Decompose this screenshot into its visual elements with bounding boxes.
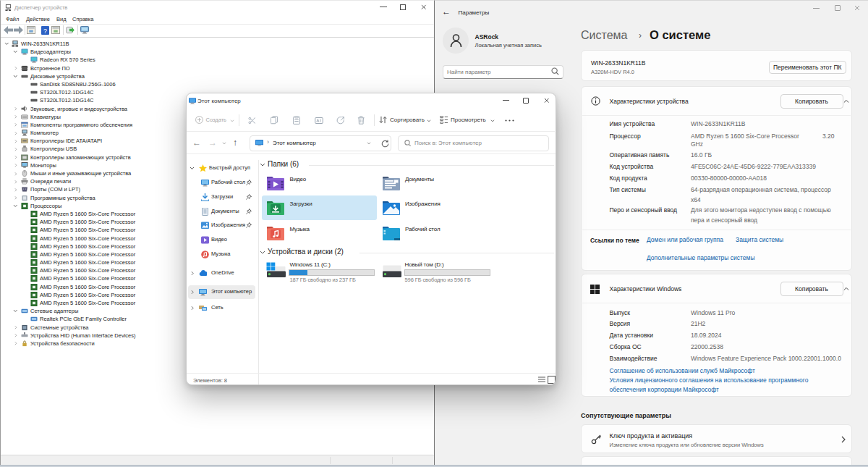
svg-text:?: ? — [43, 27, 47, 34]
